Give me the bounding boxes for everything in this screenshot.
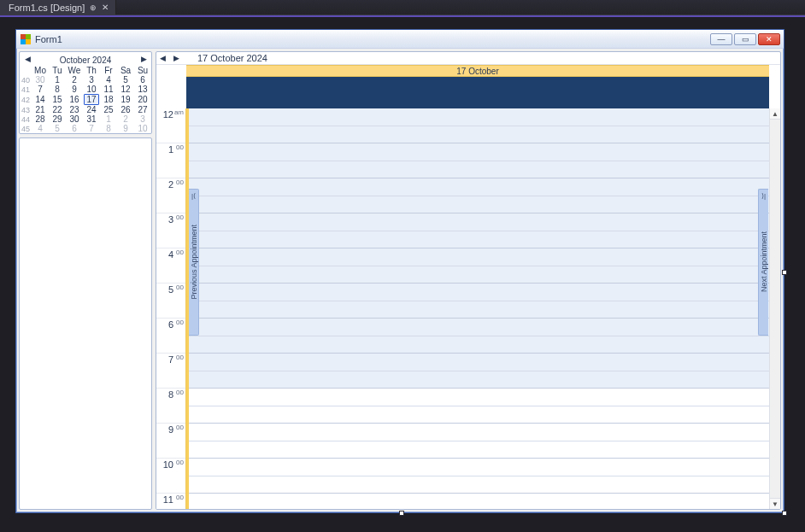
calendar-day[interactable]: 18 [100, 94, 117, 105]
calendar-day[interactable]: 7 [83, 124, 100, 133]
calendar-day[interactable]: 3 [83, 75, 100, 85]
time-cell[interactable] [186, 143, 779, 161]
calendar-day[interactable]: 5 [49, 124, 66, 133]
dow-header: Tu [49, 66, 66, 75]
time-cell[interactable] [186, 161, 779, 179]
time-cell[interactable] [186, 441, 779, 459]
time-cell[interactable] [186, 319, 779, 336]
time-cell[interactable] [186, 108, 779, 126]
calendar-day[interactable]: 9 [117, 124, 134, 133]
next-appointment-tab[interactable]: ⟩| Next Appointment [758, 189, 768, 336]
resize-handle[interactable] [782, 270, 787, 275]
calendar-day[interactable]: 23 [66, 105, 83, 114]
calendar-day[interactable]: 7 [32, 85, 49, 94]
calendar-day[interactable]: 12 [117, 85, 134, 94]
calendar-day[interactable]: 10 [134, 124, 151, 133]
window-title: Form1 [35, 34, 62, 44]
time-cell[interactable] [186, 231, 779, 249]
calendar-day[interactable]: 17 [83, 94, 100, 105]
close-button[interactable]: ✕ [758, 33, 780, 45]
time-cell[interactable] [186, 389, 779, 406]
calendar-day[interactable]: 30 [66, 114, 83, 124]
calendar-day[interactable]: 29 [49, 114, 66, 124]
calendar-day[interactable]: 14 [32, 94, 49, 105]
calendar-day[interactable]: 27 [134, 105, 151, 114]
week-number: 42 [20, 94, 32, 105]
time-cell[interactable] [186, 213, 779, 231]
titlebar[interactable]: Form1 — ▭ ✕ [16, 30, 784, 49]
time-grid[interactable]: 12am10020030040050060070080090010001100 … [156, 108, 780, 509]
minimize-button[interactable]: — [710, 33, 732, 45]
time-cell[interactable] [186, 248, 779, 266]
time-slot-label: 500 [156, 284, 185, 319]
time-cell[interactable] [186, 284, 779, 301]
calendar-day[interactable]: 10 [83, 85, 100, 94]
calendar-day[interactable]: 11 [100, 85, 117, 94]
calendar-day[interactable]: 21 [32, 105, 49, 114]
calendar-day[interactable]: 4 [32, 124, 49, 133]
calendar-day[interactable]: 15 [49, 94, 66, 105]
calendar-day[interactable]: 30 [32, 75, 49, 85]
dow-header: Th [83, 66, 100, 75]
time-cell[interactable] [186, 126, 779, 144]
time-cell[interactable] [186, 424, 779, 441]
calendar-day[interactable]: 8 [100, 124, 117, 133]
week-number: 40 [20, 75, 32, 85]
time-cell[interactable] [186, 406, 779, 424]
calendar-day[interactable]: 19 [117, 94, 134, 105]
resize-handle[interactable] [399, 511, 404, 516]
calendar-day[interactable]: 8 [49, 85, 66, 94]
calendar-day[interactable]: 6 [66, 124, 83, 133]
prev-day-icon[interactable]: ◀ [160, 54, 168, 62]
calendar-day[interactable]: 20 [134, 94, 151, 105]
next-day-icon[interactable]: ▶ [173, 54, 182, 62]
month-title: October 2024 [60, 56, 112, 65]
calendar-day[interactable]: 22 [49, 105, 66, 114]
calendar-day[interactable]: 2 [66, 75, 83, 85]
time-cell[interactable] [186, 371, 779, 389]
scroll-down-icon[interactable]: ▼ [770, 498, 780, 509]
time-cell[interactable] [186, 494, 779, 509]
time-cell[interactable] [186, 266, 779, 284]
calendar-day[interactable]: 25 [100, 105, 117, 114]
ide-document-tab[interactable]: Form1.cs [Design] ⊕ ✕ [0, 0, 116, 15]
prev-month-icon[interactable]: ◀ [23, 55, 32, 63]
time-cell[interactable] [186, 301, 779, 319]
time-cell[interactable] [186, 178, 779, 196]
maximize-button[interactable]: ▭ [734, 33, 756, 45]
calendar-day[interactable]: 5 [117, 75, 134, 85]
scroll-up-icon[interactable]: ▲ [770, 108, 780, 120]
calendar-day[interactable]: 16 [66, 94, 83, 105]
time-slot-label: 700 [156, 354, 185, 389]
calendar-day[interactable]: 31 [83, 114, 100, 124]
date-navigator[interactable]: ◀ October 2024 ▶ MoTuWeThFrSaSu403012345… [19, 51, 152, 134]
close-icon[interactable]: ✕ [102, 3, 109, 12]
resize-handle[interactable] [782, 511, 787, 516]
pin-icon[interactable]: ⊕ [90, 3, 97, 12]
time-cell[interactable] [186, 476, 779, 494]
time-cell[interactable] [186, 354, 779, 371]
chevron-right-icon: ⟩| [761, 192, 766, 200]
scheduler[interactable]: ◀ ▶ 17 October 2024 17 October 12am10020… [156, 51, 781, 510]
calendar-day[interactable]: 26 [117, 105, 134, 114]
dow-header: Su [134, 66, 151, 75]
calendar-day[interactable]: 24 [83, 105, 100, 114]
calendar-day[interactable]: 13 [134, 85, 151, 94]
calendar-day[interactable]: 9 [66, 85, 83, 94]
vertical-scrollbar[interactable]: ▲ ▼ [769, 108, 780, 509]
calendar-day[interactable]: 6 [134, 75, 151, 85]
time-cell[interactable] [186, 196, 779, 214]
calendar-day[interactable]: 1 [100, 114, 117, 124]
resources-tree[interactable] [19, 137, 152, 510]
previous-appointment-tab[interactable]: |⟨ Previous Appointment [189, 189, 199, 336]
time-cell[interactable] [186, 336, 779, 354]
calendar-day[interactable]: 3 [134, 114, 151, 124]
calendar-day[interactable]: 1 [49, 75, 66, 85]
calendar-day[interactable]: 2 [117, 114, 134, 124]
time-slot-label: 1000 [156, 459, 185, 494]
allday-area[interactable] [186, 77, 769, 108]
calendar-day[interactable]: 28 [32, 114, 49, 124]
time-cell[interactable] [186, 459, 779, 476]
next-month-icon[interactable]: ▶ [139, 55, 148, 63]
calendar-day[interactable]: 4 [100, 75, 117, 85]
